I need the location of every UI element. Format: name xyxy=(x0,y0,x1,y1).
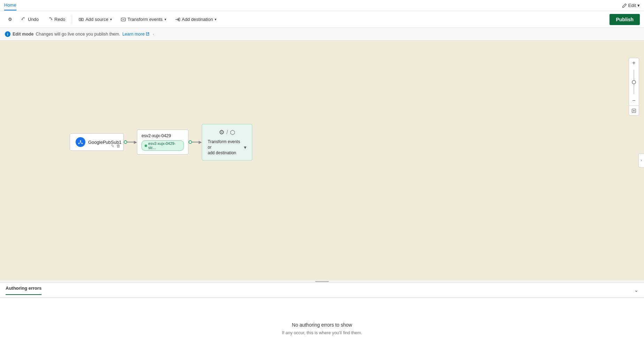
arrow-2: ▶ xyxy=(199,140,202,145)
add-destination-button[interactable]: Add destination ▾ xyxy=(171,14,221,24)
info-bar: i Edit mode Changes will go live once yo… xyxy=(0,28,644,40)
panel-body: No authoring errors to show If any occur… xyxy=(0,298,644,359)
add-source-icon xyxy=(79,17,84,22)
redo-button[interactable]: Redo xyxy=(44,14,69,24)
connector-dot-1 xyxy=(124,140,127,144)
transform-chevron: ▾ xyxy=(164,17,166,21)
edit-node-icon[interactable]: ✎ xyxy=(111,143,114,148)
no-errors-title: No authoring errors to show xyxy=(292,322,352,328)
event-node-title: esv2-xujx-0429 xyxy=(141,133,184,138)
transform-icons: ⚙ / ⬡ xyxy=(219,128,235,136)
transform-node-bottom: Transform events oradd destination ▾ xyxy=(208,139,246,156)
home-tab[interactable]: Home xyxy=(4,0,16,10)
panel-title: Authoring errors xyxy=(6,286,41,295)
connector-1: ▶ xyxy=(124,140,137,145)
zoom-handle[interactable] xyxy=(632,80,636,84)
source-node[interactable]: GooglePubSub1 ✎ 🗑 xyxy=(70,133,124,151)
side-toggle-icon: › xyxy=(641,158,642,162)
event-tag: esv2-xujx-0429-str... xyxy=(141,140,184,151)
arrow-1: ▶ xyxy=(134,140,137,145)
side-panel-toggle[interactable]: › xyxy=(638,154,644,167)
event-node[interactable]: esv2-xujx-0429 esv2-xujx-0429-str... xyxy=(137,130,189,155)
panel-header: Authoring errors ⌄ xyxy=(0,283,644,298)
edit-icon xyxy=(622,3,627,8)
zoom-track xyxy=(634,70,634,94)
canvas: GooglePubSub1 ✎ 🗑 ▶ esv2-xujx-0429 esv2-… xyxy=(0,40,644,280)
info-dot: · xyxy=(153,32,154,37)
zoom-controls: + − xyxy=(629,58,639,116)
connector-dot-2 xyxy=(189,140,192,144)
pubsub-icon xyxy=(78,139,83,145)
divider-bar xyxy=(315,281,329,282)
title-bar: Home Edit ▾ xyxy=(0,0,644,11)
external-link-icon xyxy=(146,32,150,36)
settings-icon: ⚙ xyxy=(8,17,12,22)
toolbar: ⚙ Undo Redo Add source ▾ Transform event… xyxy=(0,11,644,28)
undo-icon xyxy=(21,17,26,22)
add-destination-chevron: ▾ xyxy=(215,17,216,21)
transform-events-button[interactable]: Transform events ▾ xyxy=(117,14,170,24)
reset-zoom-button[interactable] xyxy=(629,106,639,115)
event-tag-label: esv2-xujx-0429-str... xyxy=(148,141,181,150)
flow-container: GooglePubSub1 ✎ 🗑 ▶ esv2-xujx-0429 esv2-… xyxy=(70,124,252,161)
source-node-actions: ✎ 🗑 xyxy=(111,143,121,148)
publish-button[interactable]: Publish xyxy=(610,14,640,25)
bottom-panel: Authoring errors ⌄ No authoring errors t… xyxy=(0,282,644,359)
transform-node[interactable]: ⚙ / ⬡ Transform events oradd destination… xyxy=(202,124,252,161)
transform-label: Transform events oradd destination xyxy=(208,139,244,156)
zoom-out-button[interactable]: − xyxy=(629,96,639,106)
transform-icon xyxy=(121,17,126,22)
svg-rect-2 xyxy=(178,18,180,21)
edit-button[interactable]: Edit ▾ xyxy=(622,3,640,8)
delete-node-icon[interactable]: 🗑 xyxy=(116,143,121,148)
panel-expand-button[interactable]: ⌄ xyxy=(634,287,638,293)
edit-mode-label: Edit mode xyxy=(13,32,33,37)
info-description: Changes will go live once you publish th… xyxy=(36,32,120,37)
info-icon: i xyxy=(5,31,10,37)
redo-icon xyxy=(48,17,53,22)
connector-2: ▶ xyxy=(189,140,202,145)
gear-icon: ⚙ xyxy=(219,128,224,136)
zoom-slider[interactable] xyxy=(629,68,639,96)
settings-button[interactable]: ⚙ xyxy=(4,14,16,24)
event-tag-dot xyxy=(145,145,147,147)
transform-dropdown-icon[interactable]: ▾ xyxy=(244,145,246,150)
zoom-in-button[interactable]: + xyxy=(629,58,639,68)
add-source-chevron: ▾ xyxy=(110,17,112,21)
slash-separator: / xyxy=(227,129,228,135)
no-errors-sub: If any occur, this is where you'll find … xyxy=(282,330,362,335)
reset-icon xyxy=(631,108,636,113)
svg-point-3 xyxy=(80,141,81,142)
add-destination-icon xyxy=(175,17,180,22)
undo-button[interactable]: Undo xyxy=(17,14,43,24)
add-source-button[interactable]: Add source ▾ xyxy=(75,14,116,24)
source-icon xyxy=(76,137,85,147)
learn-more-link[interactable]: Learn more xyxy=(122,32,150,37)
export-icon: ⬡ xyxy=(230,129,235,136)
